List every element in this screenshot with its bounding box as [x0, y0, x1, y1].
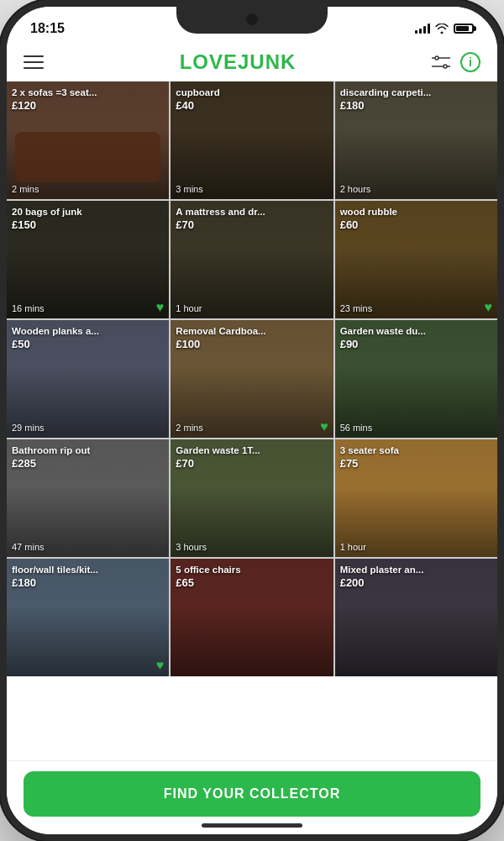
list-item[interactable]: Garden waste du... £90 56 mins [335, 320, 497, 438]
signal-bars-icon [415, 24, 430, 34]
listing-title: floor/wall tiles/kit... [12, 564, 164, 576]
listing-info: A mattress and dr... £70 [176, 206, 328, 231]
bottom-cta: FIND YOUR COLLECTOR [7, 760, 497, 830]
list-item[interactable]: 2 x sofas =3 seat... £120 2 mins [7, 81, 169, 199]
listing-title: 2 x sofas =3 seat... [12, 87, 164, 99]
list-item[interactable]: wood rubble £60 23 mins ♥ [335, 201, 497, 318]
list-item[interactable]: Wooden planks a... £50 29 mins [7, 320, 169, 438]
list-item[interactable]: Garden waste 1T... £70 3 hours [171, 439, 333, 557]
listing-title: wood rubble [340, 206, 492, 218]
listing-time: 3 mins [176, 184, 202, 194]
listing-price: £90 [340, 338, 492, 350]
phone-shell: 18:15 [0, 0, 504, 841]
wifi-icon [435, 24, 449, 34]
list-item[interactable]: Bathroom rip out £285 47 mins [7, 439, 169, 557]
listing-info: Bathroom rip out £285 [12, 444, 164, 470]
heart-icon: ♥ [320, 419, 328, 434]
list-item[interactable]: cupboard £40 3 mins [171, 81, 333, 199]
listing-info: wood rubble £60 [340, 206, 492, 231]
listing-time: 47 mins [12, 542, 45, 552]
listing-time: 2 hours [340, 184, 371, 194]
list-item[interactable]: 20 bags of junk £150 16 mins ♥ [7, 201, 169, 318]
listing-info: Wooden planks a... £50 [12, 325, 164, 350]
listing-time: 2 mins [176, 423, 202, 433]
listing-price: £50 [12, 338, 164, 350]
listing-info: Removal Cardboa... £100 [176, 325, 328, 350]
listing-title: Mixed plaster an... [340, 564, 492, 576]
app-header: LOVEJUNK i [7, 44, 497, 81]
listing-info: cupboard £40 [176, 87, 328, 112]
list-item[interactable]: Mixed plaster an... £200 [335, 559, 497, 676]
list-item[interactable]: discarding carpeti... £180 2 hours [335, 81, 497, 199]
listing-time: 1 hour [340, 542, 366, 552]
listing-title: 3 seater sofa [340, 444, 492, 457]
listing-time: 23 mins [340, 303, 373, 313]
listing-price: £180 [340, 99, 492, 112]
listing-price: £100 [176, 338, 328, 350]
header-right: i [432, 52, 480, 72]
listing-time: 1 hour [176, 303, 202, 313]
filter-icon[interactable] [432, 55, 450, 70]
listing-time: 2 mins [12, 184, 39, 194]
listing-title: Bathroom rip out [12, 444, 164, 457]
hamburger-menu-icon[interactable] [24, 55, 44, 69]
listing-info: 2 x sofas =3 seat... £120 [12, 87, 164, 112]
home-indicator [202, 823, 302, 828]
list-item[interactable]: 3 seater sofa £75 1 hour [335, 439, 497, 557]
listing-info: 5 office chairs £65 [176, 564, 328, 589]
listing-title: Wooden planks a... [12, 325, 164, 338]
screen: 18:15 [7, 7, 497, 834]
listing-price: £65 [176, 576, 328, 589]
listing-title: 5 office chairs [176, 564, 328, 576]
listing-title: cupboard [176, 87, 328, 99]
listing-info: floor/wall tiles/kit... £180 [12, 564, 164, 589]
listing-title: Garden waste du... [340, 325, 492, 338]
listing-price: £75 [340, 457, 492, 470]
listing-title: 20 bags of junk [12, 206, 164, 218]
listing-price: £180 [12, 576, 164, 589]
listing-price: £70 [176, 457, 328, 470]
listing-price: £150 [12, 218, 164, 231]
list-item[interactable]: floor/wall tiles/kit... £180 ♥ [7, 559, 169, 676]
app-logo: LOVEJUNK [180, 50, 297, 74]
heart-icon: ♥ [484, 300, 492, 315]
listing-info: Garden waste du... £90 [340, 325, 492, 350]
listings-grid: 2 x sofas =3 seat... £120 2 mins cupboar… [7, 81, 497, 676]
status-icons [415, 24, 474, 34]
listing-info: discarding carpeti... £180 [340, 87, 492, 112]
listing-time: 29 mins [12, 423, 45, 433]
status-time: 18:15 [30, 21, 65, 36]
listing-title: Garden waste 1T... [176, 444, 328, 457]
listings-scroll[interactable]: 2 x sofas =3 seat... £120 2 mins cupboar… [7, 81, 497, 760]
find-collector-button[interactable]: FIND YOUR COLLECTOR [24, 771, 480, 817]
listing-title: Removal Cardboa... [176, 325, 328, 338]
listing-title: A mattress and dr... [176, 206, 328, 218]
listing-info: 20 bags of junk £150 [12, 206, 164, 231]
list-item[interactable]: A mattress and dr... £70 1 hour [171, 201, 333, 318]
battery-icon [454, 24, 474, 34]
camera-notch [246, 13, 258, 25]
heart-icon: ♥ [156, 300, 165, 315]
svg-point-3 [444, 65, 447, 68]
listing-info: Mixed plaster an... £200 [340, 564, 492, 589]
status-bar: 18:15 [7, 7, 497, 44]
heart-icon: ♥ [156, 658, 165, 673]
svg-point-0 [435, 56, 438, 60]
listing-time: 16 mins [12, 303, 45, 313]
listing-title: discarding carpeti... [340, 87, 492, 99]
listing-price: £200 [340, 576, 492, 589]
info-icon[interactable]: i [460, 52, 480, 72]
listing-price: £285 [12, 457, 164, 470]
listing-info: Garden waste 1T... £70 [176, 444, 328, 470]
listing-info: 3 seater sofa £75 [340, 444, 492, 470]
list-item[interactable]: Removal Cardboa... £100 2 mins ♥ [171, 320, 333, 438]
listing-time: 3 hours [176, 542, 207, 552]
listing-price: £70 [176, 218, 328, 231]
listing-price: £40 [176, 99, 328, 112]
listing-price: £60 [340, 218, 492, 231]
list-item[interactable]: 5 office chairs £65 [171, 559, 333, 676]
listing-price: £120 [12, 99, 164, 112]
content-wrapper: 2 x sofas =3 seat... £120 2 mins cupboar… [7, 81, 497, 830]
listing-time: 56 mins [340, 423, 373, 433]
